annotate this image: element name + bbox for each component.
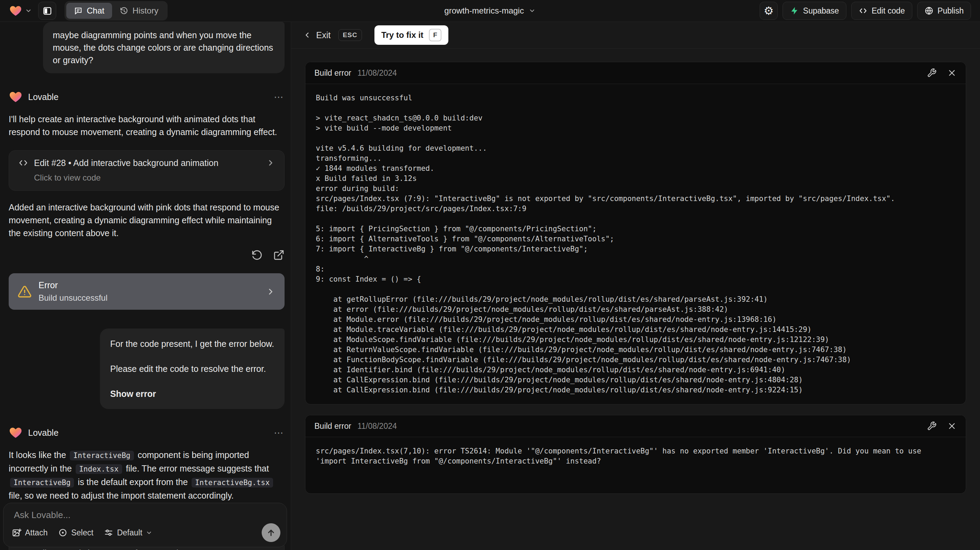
- error-banner-subtitle: Build unsuccessful: [38, 293, 259, 303]
- select-label: Select: [71, 528, 93, 537]
- exit-label: Exit: [316, 30, 331, 40]
- supabase-button[interactable]: Supabase: [783, 2, 846, 20]
- sidebar-toggle-button[interactable]: [38, 2, 56, 20]
- user-message-line: For the code present, I get the error be…: [110, 338, 275, 350]
- build-error-card: Build error 11/08/2024 src/pages/I: [305, 415, 966, 494]
- error-overlay: Exit ESC Try to fix it F Build error 11/…: [291, 22, 980, 550]
- top-bar: Chat History growth-metrics-magic: [0, 0, 980, 22]
- wrench-fix-icon[interactable]: [927, 421, 937, 431]
- open-external-icon[interactable]: [273, 249, 285, 261]
- build-error-card-header: Build error 11/08/2024: [305, 415, 966, 437]
- attach-label: Attach: [25, 528, 48, 537]
- chevron-down-icon: [529, 7, 536, 14]
- gear-icon: ⚙: [764, 5, 774, 16]
- user-message-line: Please edit the code to resolve the erro…: [110, 362, 275, 375]
- mode-selector[interactable]: Default: [104, 528, 152, 537]
- arrow-up-icon: [266, 528, 276, 537]
- warning-triangle-icon: [18, 285, 32, 299]
- build-error-card: Build error 11/08/2024 Build was u: [305, 62, 966, 405]
- close-icon[interactable]: [947, 68, 957, 78]
- chevron-left-icon: [303, 31, 311, 39]
- select-button[interactable]: Select: [58, 528, 93, 537]
- assistant-name: Lovable: [28, 92, 59, 102]
- edit-code-label: Edit code: [872, 6, 905, 16]
- sliders-icon: [104, 528, 113, 537]
- build-error-log: Build was unsuccessful > vite_react_shad…: [316, 93, 955, 395]
- message-menu-button[interactable]: ⋯: [274, 91, 285, 103]
- chevron-down-icon: [25, 7, 32, 14]
- lovable-heart-icon: [9, 90, 22, 104]
- publish-button[interactable]: Publish: [917, 2, 971, 20]
- lovable-heart-icon: [9, 426, 22, 440]
- assistant-text: Added an interactive background with pin…: [9, 201, 285, 239]
- try-to-fix-button[interactable]: Try to fix it F: [374, 26, 449, 45]
- edit-card-subtitle: Click to view code: [34, 173, 275, 183]
- restore-icon[interactable]: [251, 249, 263, 261]
- attach-button[interactable]: Attach: [12, 528, 48, 537]
- chevron-down-icon: [146, 529, 152, 536]
- assistant-text: I'll help create an interactive backgrou…: [9, 113, 285, 139]
- message-menu-button[interactable]: ⋯: [274, 427, 285, 438]
- user-message: maybe diagramming points and when you mo…: [43, 22, 285, 73]
- chevron-right-icon: [266, 287, 275, 297]
- assistant-rich-text: It looks like the InteractiveBg componen…: [9, 449, 285, 502]
- try-to-fix-label: Try to fix it: [381, 30, 423, 40]
- build-error-title: Build error: [314, 69, 351, 78]
- code-brackets-icon: [18, 158, 29, 168]
- assistant-header: Lovable ⋯: [9, 426, 285, 440]
- overlay-header: Exit ESC Try to fix it F: [291, 22, 980, 49]
- build-error-log: src/pages/Index.tsx(7,10): error TS2614:…: [316, 446, 955, 466]
- close-icon[interactable]: [947, 421, 957, 431]
- chat-history-tabs: Chat History: [65, 1, 168, 21]
- wrench-fix-icon[interactable]: [927, 68, 937, 78]
- edit-card-title: Edit #29 • Fix import error for Interact…: [34, 548, 261, 550]
- composer: Attach Select Default: [3, 503, 287, 547]
- chevron-right-icon: [266, 158, 275, 167]
- lovable-app: Chat History growth-metrics-magic: [0, 0, 980, 550]
- code-brackets-icon: [18, 548, 29, 550]
- message-actions: [9, 249, 285, 261]
- settings-button[interactable]: ⚙: [760, 2, 778, 20]
- edit-code-button[interactable]: Edit code: [851, 2, 912, 20]
- chat-input[interactable]: [13, 509, 277, 521]
- panel-left-icon: [43, 6, 52, 16]
- edit-card-28[interactable]: Edit #28 • Add interactive background an…: [9, 150, 285, 191]
- build-error-title: Build error: [314, 421, 351, 431]
- build-error-date: 11/08/2024: [358, 69, 397, 78]
- chevron-right-icon: [266, 548, 275, 550]
- tab-history[interactable]: History: [112, 3, 166, 19]
- target-select-icon: [58, 528, 68, 537]
- esc-key-badge: ESC: [338, 29, 362, 41]
- mode-label: Default: [117, 528, 142, 537]
- show-error-link[interactable]: Show error: [110, 387, 275, 400]
- supabase-label: Supabase: [803, 6, 839, 16]
- project-switcher[interactable]: growth-metrics-magic: [444, 6, 535, 16]
- chat-bubble-icon: [74, 6, 83, 15]
- history-icon: [120, 6, 129, 15]
- build-error-date: 11/08/2024: [358, 421, 397, 431]
- project-name: growth-metrics-magic: [444, 6, 523, 16]
- exit-button[interactable]: Exit: [303, 30, 331, 40]
- send-button[interactable]: [262, 523, 280, 542]
- code-brackets-icon: [859, 6, 867, 15]
- image-attach-icon: [12, 528, 22, 537]
- globe-icon: [924, 6, 934, 15]
- publish-label: Publish: [938, 6, 964, 16]
- overlay-body: Build error 11/08/2024 Build was u: [291, 49, 980, 550]
- assistant-name: Lovable: [28, 428, 59, 438]
- lovable-heart-icon: [9, 4, 22, 18]
- user-message: For the code present, I get the error be…: [100, 328, 285, 409]
- build-error-banner[interactable]: Error Build unsuccessful: [9, 273, 285, 310]
- tab-chat[interactable]: Chat: [66, 3, 112, 19]
- error-banner-title: Error: [38, 280, 259, 290]
- tab-chat-label: Chat: [87, 6, 105, 16]
- f-key-badge: F: [429, 29, 441, 41]
- lovable-logo-menu[interactable]: [9, 4, 32, 18]
- edit-card-title: Edit #28 • Add interactive background an…: [34, 158, 261, 168]
- supabase-bolt-icon: [790, 6, 799, 15]
- chat-panel: maybe diagramming points and when you mo…: [0, 22, 291, 550]
- tab-history-label: History: [132, 6, 159, 16]
- build-error-card-header: Build error 11/08/2024: [305, 62, 966, 84]
- assistant-header: Lovable ⋯: [9, 90, 285, 104]
